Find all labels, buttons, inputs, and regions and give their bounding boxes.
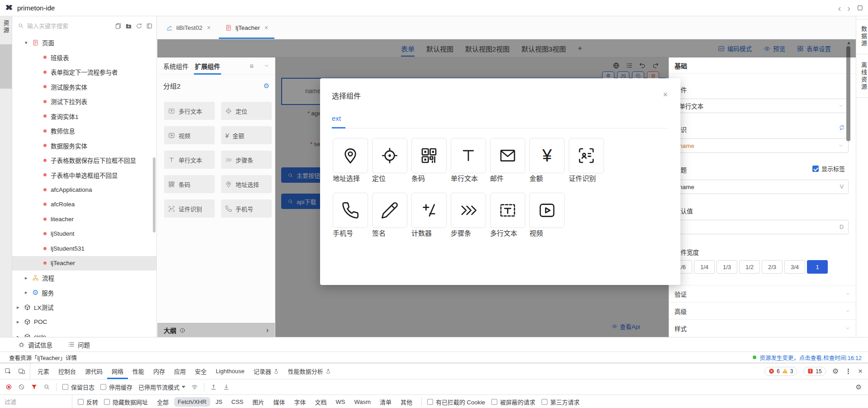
component-card-签名[interactable]: 签名 (372, 193, 407, 237)
palette-item-单行文本[interactable]: 单行文本 (164, 151, 215, 169)
right-rail-离线资源[interactable]: 离线资源 (856, 56, 868, 98)
component-card-手机号[interactable]: 手机号 (333, 193, 368, 237)
devtools-tab-源代码[interactable]: 源代码 (80, 363, 107, 379)
tree-item-查询实体1[interactable]: 查询实体1 (12, 109, 156, 124)
checkbox-icon[interactable] (104, 399, 110, 405)
collapse-all-icon[interactable] (146, 23, 153, 29)
devtools-tab-应用[interactable]: 应用 (170, 363, 190, 379)
tree-item-子表格数据保存后下拉框不回显[interactable]: 子表格数据保存后下拉框不回显 (12, 153, 156, 168)
component-card-金额[interactable]: ¥金额 (529, 138, 565, 183)
filter-funnel-icon[interactable] (31, 384, 38, 390)
checkbox-icon[interactable] (62, 384, 68, 390)
palette-menu-icon[interactable]: ≡ (250, 62, 254, 70)
width-option-1/3[interactable]: 1/3 (717, 260, 737, 274)
devtools-close-icon[interactable]: × (858, 367, 863, 376)
tree-item-子表格中单选框组不回显[interactable]: 子表格中单选框组不回显 (12, 168, 156, 183)
throttling-select[interactable]: 已停用节流模式 (138, 383, 185, 391)
palette-item-手机号[interactable]: 手机号 (221, 199, 272, 218)
tree-collapse-arrow-icon[interactable]: ▸ (25, 275, 32, 281)
tree-item-ljStudent[interactable]: ljStudent (12, 227, 156, 242)
tree-collapse-arrow-icon[interactable]: ▸ (25, 289, 32, 295)
devtools-tab-控制台[interactable]: 控制台 (54, 363, 80, 379)
checkbox-checked-icon[interactable] (812, 166, 819, 172)
devtools-settings-gear-icon[interactable]: ⚙ (832, 367, 839, 375)
filter-input[interactable] (0, 395, 72, 408)
component-card-单行文本[interactable]: 单行文本 (451, 138, 486, 183)
section-验证[interactable]: 验证 (669, 285, 856, 302)
sync-icon[interactable] (839, 124, 845, 131)
palette-item-多行文本[interactable]: 多行文本 (164, 102, 215, 120)
default-value-input[interactable]: D (674, 220, 849, 234)
close-tab-icon[interactable]: × (207, 24, 211, 31)
tree-item-LX测试[interactable]: ▸LX测试 (12, 300, 156, 315)
inspector-header[interactable]: 基础 (669, 57, 856, 74)
tree-item-教师信息[interactable]: 教师信息 (12, 123, 156, 138)
checkbox-反转[interactable]: 反转 (78, 398, 98, 406)
devtools-tab-Lighthouse[interactable]: Lighthouse (211, 363, 249, 379)
palette-item-金额[interactable]: ¥金额 (221, 126, 272, 144)
devtools-tab-性能[interactable]: 性能 (128, 363, 149, 379)
title-input[interactable]: name V (674, 180, 849, 194)
checkbox-有已拦截的 Cookie[interactable]: 有已拦截的 Cookie (427, 398, 485, 406)
palette-item-条码[interactable]: 条码 (164, 175, 215, 193)
filter-type-媒体[interactable]: 媒体 (270, 396, 289, 408)
section-高级[interactable]: 高级 (669, 302, 856, 319)
devtools-tab-元素[interactable]: 元素 (33, 363, 54, 379)
component-card-步骤条[interactable]: 步骤条 (451, 193, 486, 237)
filter-type-图片[interactable]: 图片 (249, 396, 268, 408)
tree-item-班级表[interactable]: 班级表 (12, 50, 156, 65)
history-back-icon[interactable]: ‹ (838, 4, 841, 13)
component-card-条码[interactable]: 条码 (411, 138, 447, 183)
bottom-tab-问题[interactable]: 问题 (68, 340, 90, 349)
show-label-checkbox[interactable]: 显示标签 (812, 164, 845, 173)
tree-item-页面[interactable]: ▾页面 (12, 35, 156, 50)
tree-collapse-arrow-icon[interactable]: ▸ (17, 319, 24, 325)
component-card-地址选择[interactable]: 地址选择 (333, 138, 368, 183)
tree-item-ljStudent531[interactable]: ljStudent531 (12, 241, 156, 256)
console-badges[interactable]: 6 3 (764, 367, 797, 376)
export-har-icon[interactable] (223, 384, 230, 390)
component-card-邮件[interactable]: 邮件 (490, 138, 525, 183)
inspect-element-icon[interactable] (5, 368, 12, 375)
tree-item-afcApplicationa[interactable]: afcApplicationa (12, 182, 156, 197)
editor-tab-ljTeacher[interactable]: ljTeacher× (218, 16, 275, 39)
right-rail-数据源[interactable]: 数据源 (856, 19, 868, 54)
clear-icon[interactable] (18, 384, 25, 390)
width-option-1[interactable]: 1 (807, 260, 828, 274)
outline-bar[interactable]: 大纲 › (157, 323, 275, 337)
tree-item-测试服务实体[interactable]: 测试服务实体 (12, 80, 156, 95)
filter-type-JS[interactable]: JS (212, 397, 226, 407)
filter-type-字体[interactable]: 字体 (291, 396, 310, 408)
filter-type-Fetch/XHR[interactable]: Fetch/XHR (174, 397, 210, 407)
width-option-1/2[interactable]: 1/2 (739, 260, 760, 274)
filter-type-Wasm[interactable]: Wasm (351, 397, 374, 407)
network-search-icon[interactable] (43, 384, 50, 390)
tree-item-POC[interactable]: ▸POC (12, 315, 156, 330)
outline-expand-icon[interactable]: › (266, 326, 269, 334)
tree-item-ljTeacher[interactable]: ljTeacher (12, 256, 156, 271)
filter-type-全部[interactable]: 全部 (153, 396, 172, 408)
import-har-icon[interactable] (210, 384, 217, 390)
width-option-2/3[interactable]: 2/3 (762, 260, 783, 274)
refresh-icon[interactable] (136, 23, 142, 29)
width-option-3/4[interactable]: 3/4 (784, 260, 805, 274)
tab-ext[interactable]: ext (332, 114, 341, 122)
devtools-tab-记录器[interactable]: 记录器 (249, 363, 283, 379)
search-input[interactable] (27, 23, 115, 29)
tree-item-liteacher[interactable]: liteacher (12, 212, 156, 227)
editor-tab-liBiTest02[interactable]: liBiTest02× (159, 16, 218, 39)
section-样式[interactable]: 样式 (669, 319, 856, 337)
component-card-定位[interactable]: 定位 (372, 138, 407, 183)
filter-type-CSS[interactable]: CSS (228, 397, 247, 407)
checkbox-保留日志[interactable]: 保留日志 (62, 383, 94, 391)
component-card-计数器[interactable]: 计数器 (411, 193, 447, 237)
filter-type-文档[interactable]: 文档 (311, 396, 330, 408)
new-file-icon[interactable] (115, 23, 122, 29)
modal-backdrop[interactable] (157, 39, 856, 57)
checkbox-icon[interactable] (491, 399, 497, 405)
resources-rail-label[interactable]: 资源 (2, 20, 10, 34)
component-card-多行文本[interactable]: 多行文本 (490, 193, 525, 237)
tree-scrollbar[interactable] (153, 157, 156, 232)
chevron-down-icon[interactable] (264, 63, 269, 69)
network-settings-gear-icon[interactable]: ⚙ (856, 384, 862, 390)
